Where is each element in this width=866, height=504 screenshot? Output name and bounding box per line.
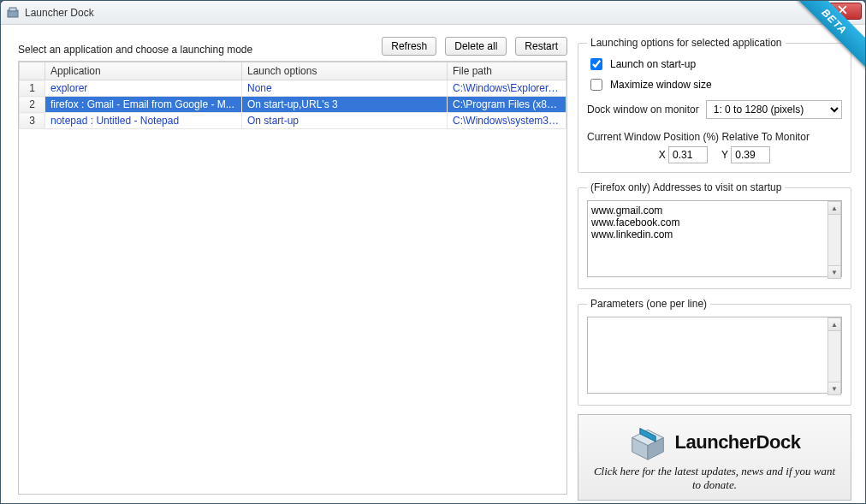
dock-label: Dock window on monitor [587,104,699,116]
delete-all-button[interactable]: Delete all [445,37,507,56]
right-pane: Launching options for selected applicati… [578,37,851,495]
app-table[interactable]: Application Launch options File path 1ex… [18,61,567,495]
position-label: Current Window Position (%) Relative To … [587,131,842,143]
cell-application[interactable]: notepad : Untitled - Notepad [45,113,242,129]
parameters-legend: Parameters (one per line) [587,298,710,310]
titlebar: Launcher Dock [1,1,865,25]
cell-rownum[interactable]: 2 [20,97,45,113]
parameters-group: Parameters (one per line) ▲ ▼ [578,298,851,406]
addresses-group: (Firefox only) Addresses to visit on sta… [578,181,851,289]
refresh-button[interactable]: Refresh [382,37,436,56]
pos-y-input[interactable] [731,146,770,163]
cell-file-path[interactable]: C:\Windows\Explorer.EXE [448,80,566,97]
addresses-textarea[interactable]: www.gmail.com www.facebook.com www.linke… [587,200,842,277]
svg-rect-1 [9,8,16,11]
maximize-label[interactable]: Maximize window size [610,79,712,91]
table-row[interactable]: 3notepad : Untitled - NotepadOn start-up… [20,113,566,129]
cell-launch-options[interactable]: On start-up [242,113,448,129]
table-row[interactable]: 2firefox : Gmail - Email from Google - M… [20,97,566,113]
restart-button[interactable]: Restart [515,37,567,56]
table-row[interactable]: 1explorerNoneC:\Windows\Explorer.EXE [20,80,566,97]
promo-title: LauncherDock [675,431,801,454]
cell-file-path[interactable]: C:\Windows\system32\... [448,113,566,129]
box-icon [629,424,667,461]
cell-launch-options[interactable]: None [242,80,448,97]
cell-file-path[interactable]: C:\Program Files (x86)\... [448,97,566,113]
cell-rownum[interactable]: 3 [20,113,45,129]
cell-rownum[interactable]: 1 [20,80,45,97]
launch-options-legend: Launching options for selected applicati… [587,37,786,49]
dock-monitor-select[interactable]: 1: 0 to 1280 (pixels) [706,100,842,119]
cell-application[interactable]: firefox : Gmail - Email from Google - M.… [45,97,242,113]
pos-x-input[interactable] [668,146,708,163]
pos-x-label: X [659,149,666,161]
maximize-checkbox[interactable] [590,79,602,91]
cell-launch-options[interactable]: On start-up,URL's 3 [242,97,448,113]
left-pane: Select an application and choose a launc… [18,37,567,495]
launch-on-startup-label[interactable]: Launch on start-up [610,58,696,70]
table-header-row: Application Launch options File path [20,62,566,80]
launch-on-startup-checkbox[interactable] [590,58,602,70]
addresses-legend: (Firefox only) Addresses to visit on sta… [587,181,785,193]
col-file-path[interactable]: File path [448,62,566,80]
pos-y-label: Y [721,149,728,161]
cell-application[interactable]: explorer [45,80,242,97]
launch-options-group: Launching options for selected applicati… [578,37,851,173]
instruction-text: Select an application and choose a launc… [18,44,373,56]
window-title: Launcher Dock [25,7,860,19]
app-window: Launcher Dock BETA Select an application… [0,0,866,504]
col-launch-options[interactable]: Launch options [242,62,448,80]
col-application[interactable]: Application [45,62,242,80]
parameters-textarea[interactable] [587,317,842,394]
promo-banner[interactable]: LauncherDock Click here for the latest u… [578,414,851,501]
app-icon [6,6,20,20]
col-rownum[interactable] [20,62,45,80]
promo-subtitle: Click here for the latest updates, news … [589,465,840,491]
